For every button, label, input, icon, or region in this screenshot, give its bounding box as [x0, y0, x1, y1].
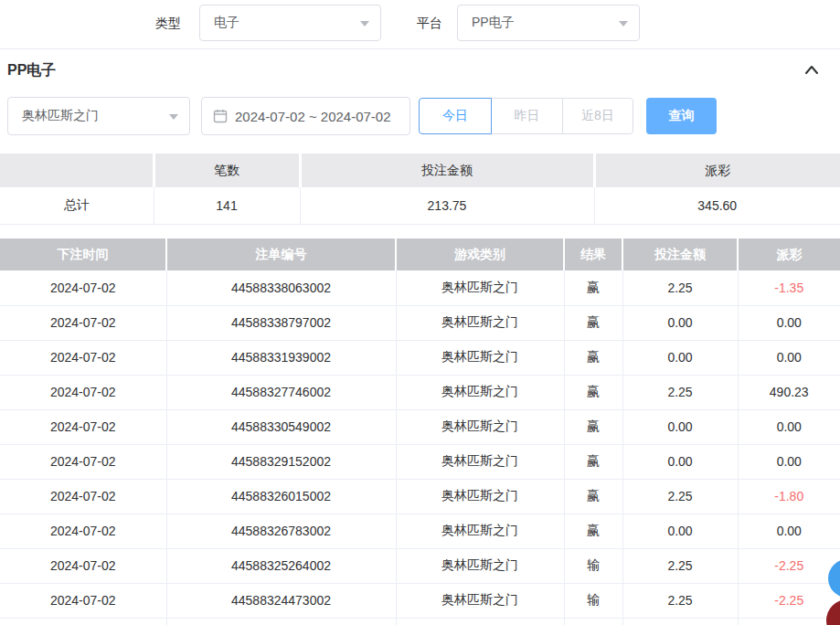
summary-total-row: 总计 141 213.75 345.60 — [0, 187, 840, 224]
cell-result: 赢 — [564, 375, 622, 409]
cell-order-id: 44588329152002 — [166, 444, 396, 479]
table-row: 2024-07-02 44588326015002 奥林匹斯之门 赢 2.25 … — [0, 479, 840, 514]
cell-result: 输 — [564, 548, 622, 583]
summary-header-payout: 派彩 — [594, 154, 840, 187]
cell-order-id: 44588330549002 — [166, 409, 396, 444]
game-select[interactable]: 奥林匹斯之门 — [7, 97, 190, 135]
cell-result: 赢 — [564, 514, 622, 548]
bet-table: 下注时间 注单编号 游戏类别 结果 投注金额 派彩 2024-07-02 445… — [0, 238, 840, 625]
table-row-partial — [0, 618, 840, 625]
chevron-down-icon — [360, 21, 369, 26]
cell-bet: 0.00 — [622, 305, 738, 340]
cell-payout: 0.00 — [738, 444, 840, 479]
today-button-label: 今日 — [442, 108, 468, 124]
cell-date: 2024-07-02 — [0, 548, 166, 583]
collapse-section-button[interactable] — [803, 60, 821, 79]
cell-date: 2024-07-02 — [0, 514, 166, 548]
col-header-order: 注单编号 — [166, 238, 396, 270]
summary-header-row: 笔数 投注金额 派彩 — [0, 154, 840, 187]
date-range-picker[interactable]: 2024-07-02 ~ 2024-07-02 — [201, 97, 410, 135]
cell-game: 奥林匹斯之门 — [396, 479, 564, 514]
cell-game: 奥林匹斯之门 — [396, 340, 564, 375]
divider — [0, 48, 840, 49]
cell-date: 2024-07-02 — [0, 444, 166, 479]
cell-result: 赢 — [564, 340, 622, 375]
table-row: 2024-07-02 44588331939002 奥林匹斯之门 赢 0.00 … — [0, 340, 840, 375]
type-select-value: 电子 — [214, 15, 239, 31]
cell-payout: 0.00 — [738, 305, 840, 340]
summary-total-bet: 213.75 — [300, 187, 594, 224]
chevron-up-icon — [803, 63, 820, 76]
cell-payout: 0.00 — [738, 340, 840, 375]
summary-total-label: 总计 — [0, 187, 154, 224]
cell-bet: 2.25 — [622, 583, 738, 618]
table-row: 2024-07-02 44588327746002 奥林匹斯之门 赢 2.25 … — [0, 375, 840, 409]
cell-bet: 0.00 — [622, 444, 738, 479]
cell-bet: 0.00 — [622, 514, 738, 548]
cell-order-id: 44588327746002 — [166, 375, 396, 409]
cell-order-id: 44588338797002 — [166, 305, 396, 340]
cell-result: 赢 — [564, 270, 622, 305]
section-title: PP电子 — [7, 61, 56, 80]
col-header-result: 结果 — [564, 238, 622, 270]
cell-result: 输 — [564, 583, 622, 618]
cell-game: 奥林匹斯之门 — [396, 444, 564, 479]
cell-order-id: 44588325264002 — [166, 548, 396, 583]
cell-order-id: 44588331939002 — [166, 340, 396, 375]
cell-bet: 2.25 — [622, 270, 738, 305]
cell-game: 奥林匹斯之门 — [396, 409, 564, 444]
cell-date: 2024-07-02 — [0, 305, 166, 340]
col-header-payout: 派彩 — [738, 238, 840, 270]
game-select-value: 奥林匹斯之门 — [22, 108, 99, 124]
cell-payout: 0.00 — [738, 409, 840, 444]
cell-order-id: 44588338063002 — [166, 270, 396, 305]
yesterday-button-label: 昨日 — [515, 108, 540, 124]
platform-select[interactable]: PP电子 — [457, 5, 640, 41]
cell-date: 2024-07-02 — [0, 583, 166, 618]
cell-result: 赢 — [564, 444, 622, 479]
cell-bet: 2.25 — [622, 479, 738, 514]
col-header-game: 游戏类别 — [396, 238, 564, 270]
cell-bet: 2.25 — [622, 375, 738, 409]
search-button[interactable]: 查询 — [646, 98, 717, 134]
table-row: 2024-07-02 44588326783002 奥林匹斯之门 赢 0.00 … — [0, 514, 840, 548]
table-row: 2024-07-02 44588325264002 奥林匹斯之门 输 2.25 … — [0, 548, 840, 583]
type-filter-label: 类型 — [155, 5, 181, 41]
table-row: 2024-07-02 44588329152002 奥林匹斯之门 赢 0.00 … — [0, 444, 840, 479]
cell-payout: 0.00 — [738, 514, 840, 548]
cell-order-id: 44588326015002 — [166, 479, 396, 514]
quick-date-button-group: 今日 昨日 近8日 — [419, 98, 633, 134]
summary-total-payout: 345.60 — [594, 187, 840, 224]
cell-date: 2024-07-02 — [0, 479, 166, 514]
cell-result: 赢 — [564, 305, 622, 340]
summary-total-count: 141 — [154, 187, 300, 224]
cell-bet: 0.00 — [622, 340, 738, 375]
cell-payout: -1.35 — [738, 270, 840, 305]
cell-date: 2024-07-02 — [0, 340, 166, 375]
cell-game: 奥林匹斯之门 — [396, 548, 564, 583]
cell-result: 赢 — [564, 409, 622, 444]
cell-game: 奥林匹斯之门 — [396, 514, 564, 548]
table-row: 2024-07-02 44588324473002 奥林匹斯之门 输 2.25 … — [0, 583, 840, 618]
summary-header-empty — [0, 154, 154, 187]
platform-filter-label: 平台 — [417, 5, 442, 41]
cell-game: 奥林匹斯之门 — [396, 305, 564, 340]
chevron-down-icon — [169, 114, 178, 120]
table-row: 2024-07-02 44588338063002 奥林匹斯之门 赢 2.25 … — [0, 270, 840, 305]
platform-select-value: PP电子 — [472, 15, 515, 31]
yesterday-button[interactable]: 昨日 — [491, 98, 563, 134]
col-header-time: 下注时间 — [0, 238, 166, 270]
cell-game: 奥林匹斯之门 — [396, 375, 564, 409]
col-header-bet: 投注金额 — [622, 238, 738, 270]
table-row: 2024-07-02 44588338797002 奥林匹斯之门 赢 0.00 … — [0, 305, 840, 340]
cell-date: 2024-07-02 — [0, 375, 166, 409]
table-row: 2024-07-02 44588330549002 奥林匹斯之门 赢 0.00 … — [0, 409, 840, 444]
last-8-days-button[interactable]: 近8日 — [562, 98, 633, 134]
summary-header-bet: 投注金额 — [300, 154, 594, 187]
bet-table-header-row: 下注时间 注单编号 游戏类别 结果 投注金额 派彩 — [0, 238, 840, 270]
today-button[interactable]: 今日 — [419, 98, 492, 134]
search-button-label: 查询 — [669, 108, 695, 124]
type-select[interactable]: 电子 — [199, 5, 381, 41]
cell-payout: -1.80 — [738, 479, 840, 514]
cell-payout: 490.23 — [738, 375, 840, 409]
